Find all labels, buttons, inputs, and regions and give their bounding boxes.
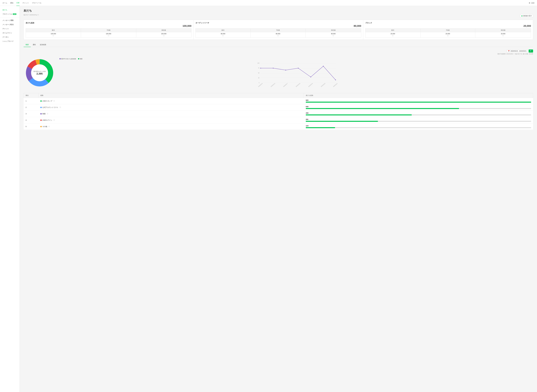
table-cell-rank: 3 (24, 111, 38, 117)
sidebar-item-message-delivery[interactable]: メッセージ配信 (0, 23, 19, 27)
svg-text:2020/03/21: 2020/03/21 (333, 83, 338, 87)
tab-routes[interactable]: 追加経路 (38, 43, 48, 47)
svg-text:2020/03/19: 2020/03/19 (308, 83, 313, 87)
page-title: 友だち (24, 9, 533, 13)
table-row: 3 検索 ⓘ 430 (24, 111, 533, 117)
date-input[interactable]: 📅 2020/03/15 - 2020/03/21 (507, 50, 528, 52)
svg-point-29 (311, 77, 311, 77)
table-cell-count: 430 (304, 111, 533, 117)
reach-cell-30d: 80,000（） (306, 32, 361, 37)
settings-label: 設定 (531, 2, 535, 4)
table-row: 2 公式アカウントリスト ⓘ 630 (24, 104, 533, 111)
reach-col-30d: 30日前 (306, 28, 361, 32)
summary-note: 集計完了 2020/03/25まで (24, 14, 39, 16)
compare-button[interactable]: 比較値の見方 (520, 14, 533, 18)
sidebar-section-secondary: メッセージ通数 メッセージ配信 チャット タイムライン クーポン ショップカード (0, 18, 19, 43)
gear-icon: ⚙ (529, 2, 530, 4)
legend-route-label: 選択中の友だち追加経路 (61, 58, 76, 60)
table-header-rank: 順位 (24, 93, 38, 98)
reach-col-7d: 7日前 (250, 28, 306, 32)
profile-new-badge: NEW (13, 13, 16, 15)
table-cell-count: 630 (304, 104, 533, 111)
svg-point-28 (298, 68, 299, 69)
compare-label: 比較値の見方 (523, 15, 532, 17)
info-icon[interactable]: ⓘ (60, 107, 61, 108)
table-cell-rank: 1 (24, 98, 38, 104)
block-col-prev: 前日 (365, 28, 420, 32)
block-cell-7d: 20,000（） (420, 32, 475, 37)
info-icon[interactable]: ⓘ (48, 126, 50, 127)
date-picker-row: 📅 2020/03/15 - 2020/03/21 🔍 (24, 50, 533, 52)
friends-col-7d: 7日前 (81, 28, 136, 32)
friends-stats-table: 前日 7日前 30日前 100,000（） 100,000（） 100,000（… (26, 28, 191, 37)
chart-legend: 選択中の友だち追加経路 検索 (59, 58, 533, 60)
tab-overview[interactable]: 概要 (24, 43, 31, 47)
block-stats-table: 前日 7日前 30日前 20,000（） 20,000（） 20,000（） (365, 28, 531, 37)
sidebar-message-count-label: メッセージ通数 (2, 19, 14, 22)
table-cell-route: LINEスタンプ ⓘ (38, 98, 304, 104)
svg-text:2,395: 2,395 (37, 72, 43, 75)
svg-text:2020/03/17: 2020/03/17 (283, 83, 288, 87)
line-chart-wrapper: 選択中の友だち追加経路 検索 100 75 (59, 58, 533, 88)
nav-analytics[interactable]: 分析 (16, 0, 19, 6)
sidebar-item-message-count[interactable]: メッセージ通数 (0, 18, 19, 23)
legend-route: 選択中の友だち追加経路 (59, 58, 76, 60)
search-button[interactable]: 🔍 (529, 50, 533, 52)
nav-profile[interactable]: プロフィール (32, 0, 41, 6)
sidebar-item-timeline[interactable]: タイムライン (0, 31, 19, 35)
svg-point-27 (285, 70, 286, 70)
friends-cell-30d: 100,000（） (136, 32, 191, 37)
reach-card-total: 80,000 (195, 24, 361, 27)
table-cell-route: 検索 ⓘ (38, 111, 304, 117)
table-cell-count: 291 (304, 117, 533, 123)
sidebar-timeline-label: タイムライン (2, 32, 12, 34)
table-row: 5 その他 ⓘ 124 (24, 123, 533, 130)
block-card-title: ブロック (365, 22, 531, 24)
table-cell-route: LINEログイン ⓘ (38, 117, 304, 123)
table-cell-count: 920 (304, 98, 533, 104)
sidebar-item-chat[interactable]: チャット (0, 27, 19, 31)
date-hint: 選択可能期間: 2019/10/01 〜 集計完了日, 最大日数: 90日間 (24, 53, 533, 55)
main-content: 友だち 集計完了 2020/03/25まで 比較値の見方 友だち追加 100,0… (20, 6, 537, 392)
table-row: 1 LINEスタンプ ⓘ 920 (24, 98, 533, 104)
stats-card-friends: 友だち追加 100,000 前日 7日前 30日前 100,000（） 100,… (24, 20, 193, 40)
nav-notifications[interactable]: 通知 (10, 0, 13, 6)
layout: 友だち プロフィール NEW メッセージ通数 メッセージ配信 チャット タイムラ… (0, 6, 537, 392)
legend-search: 検索 (78, 58, 82, 60)
table-header-count: 友だち追加 (304, 93, 533, 98)
table-cell-route: 公式アカウントリスト ⓘ (38, 104, 304, 111)
sidebar-item-profile[interactable]: プロフィール NEW (0, 12, 19, 16)
svg-text:100: 100 (257, 62, 259, 64)
block-cell-prev: 20,000（） (365, 32, 420, 37)
info-icon[interactable]: ⓘ (53, 100, 55, 102)
info-icon[interactable]: ⓘ (53, 119, 55, 121)
nav-home[interactable]: ホーム (2, 0, 7, 6)
sidebar-item-shopcard[interactable]: ショップカード (0, 39, 19, 43)
table-header-route: 経路 (38, 93, 304, 98)
nav-items: ホーム 通知 分析 チャット プロフィール (2, 0, 41, 6)
info-icon[interactable]: ⓘ (47, 113, 48, 115)
sidebar-item-coupon[interactable]: クーポン (0, 35, 19, 39)
friends-col-prev: 前日 (26, 28, 81, 32)
tab-attributes[interactable]: 属性 (31, 43, 38, 47)
sidebar-divider (0, 17, 19, 17)
svg-point-25 (260, 68, 261, 69)
table-cell-count: 124 (304, 123, 533, 130)
nav-chat[interactable]: チャット (23, 0, 29, 6)
reach-stats-table: 前日 7日前 30日前 80,000（） 80,000（） 80,000（） (195, 28, 361, 37)
table-row: 4 LINEログイン ⓘ 291 (24, 117, 533, 123)
settings-button[interactable]: ⚙ 設定 (529, 2, 535, 4)
compare-dot (521, 15, 522, 16)
sidebar-coupon-label: クーポン (2, 36, 9, 38)
sidebar-item-friends[interactable]: 友だち (0, 8, 19, 12)
data-table: 順位 経路 友だち追加 1 LINEスタンプ ⓘ 920 (24, 93, 533, 130)
friends-cell-prev: 100,000（） (26, 32, 81, 37)
date-value: 2020/03/15 - 2020/03/21 (510, 50, 527, 52)
friends-card-title: 友だち追加 (26, 22, 191, 24)
friends-cell-7d: 100,000（） (81, 32, 136, 37)
stats-row: 友だち追加 100,000 前日 7日前 30日前 100,000（） 100,… (24, 20, 533, 40)
svg-text:2020/03/20: 2020/03/20 (320, 83, 325, 87)
chart-section: 選択期間の友だち追加 2,395 選択中の友だち追加経路 検索 (24, 57, 533, 89)
svg-text:0: 0 (259, 82, 259, 84)
table-cell-rank: 4 (24, 117, 38, 123)
